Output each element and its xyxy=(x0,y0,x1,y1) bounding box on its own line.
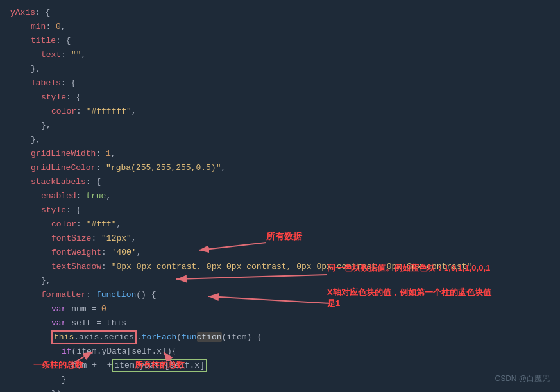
code-line: title: { xyxy=(0,33,560,47)
closing-foreach: }) xyxy=(0,386,560,392)
var-num-line: var num = 0 xyxy=(0,302,560,316)
code-line: textShadow: "0px 0px contrast, 0px 0px c… xyxy=(0,259,560,273)
foreach-line: this.axis.series.forEach(function(item) … xyxy=(0,330,560,344)
if-line: if(item.yData[self.x]){ xyxy=(0,344,560,358)
code-line: }, xyxy=(0,62,560,76)
code-line: min: 0, xyxy=(0,19,560,33)
code-line: enabled: true, xyxy=(0,189,560,203)
code-line: gridLineWidth: 1, xyxy=(0,146,560,160)
closing-if: } xyxy=(0,372,560,386)
code-line: color: "#ffffff", xyxy=(0,104,560,118)
code-line: style: { xyxy=(0,90,560,104)
code-line: style: { xyxy=(0,203,560,217)
watermark: CSDN @白魔咒 xyxy=(495,373,550,384)
num-line: num += +item.yData[self.x] xyxy=(0,358,560,372)
code-line: fontWeight: '400', xyxy=(0,245,560,259)
code-line: fontSize: "12px", xyxy=(0,231,560,245)
formatter-line: formatter: function() { xyxy=(0,287,560,302)
code-line: }, xyxy=(0,132,560,146)
code-line: color: "#fff", xyxy=(0,217,560,231)
code-line: labels: { xyxy=(0,76,560,90)
code-line: gridLineColor: "rgba(255,255,255,0.5)", xyxy=(0,160,560,175)
code-line: }, xyxy=(0,273,560,287)
code-line: text: "", xyxy=(0,47,560,62)
code-editor: yAxis: { min: 0, title: { text: "", }, l… xyxy=(0,0,560,392)
code-line: stackLabels: { xyxy=(0,175,560,189)
var-self-line: var self = this xyxy=(0,316,560,330)
code-line: }, xyxy=(0,118,560,132)
code-line: yAxis: { xyxy=(0,5,560,19)
